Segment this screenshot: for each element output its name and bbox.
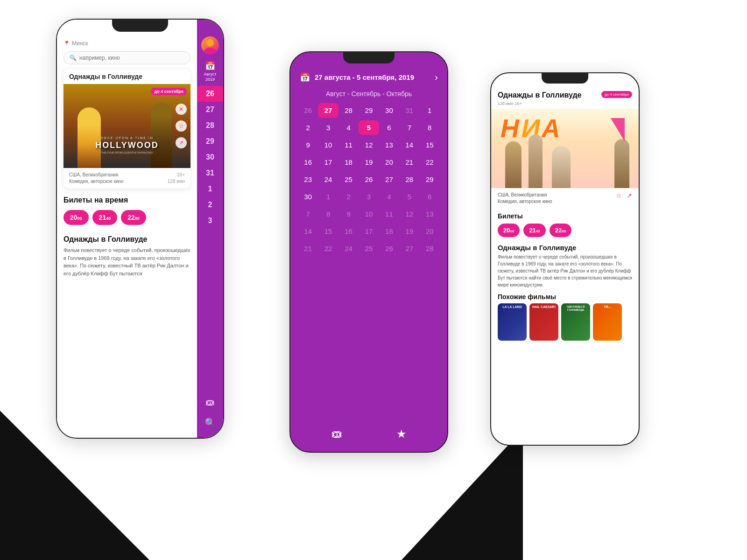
date-31[interactable]: 31 [197,165,223,181]
cal-cell[interactable]: 20 [379,155,399,169]
cal-cell[interactable]: 2 [298,120,318,135]
star-footer-icon[interactable]: ★ [396,427,407,441]
cal-cell[interactable]: 15 [318,224,338,238]
cal-cell[interactable]: 27 [379,172,399,187]
cal-cell[interactable]: 28 [420,241,440,256]
cal-cell[interactable]: 28 [338,103,359,118]
cal-cell[interactable]: 10 [318,138,338,152]
share-outline-icon[interactable]: ↗ [627,192,632,199]
cal-cell[interactable]: 29 [420,172,440,187]
cal-cell[interactable]: 5 [399,189,419,204]
cal-cell[interactable]: 22 [420,155,440,169]
cal-cell[interactable]: 13 [379,138,399,152]
cal-cell[interactable]: 15 [420,138,440,152]
phone3-time-btn-1[interactable]: 2000 [498,224,520,237]
cal-cell[interactable]: 30 [298,189,318,204]
user-avatar[interactable] [201,36,219,54]
date-30[interactable]: 30 [197,149,223,165]
time-btn-2[interactable]: 2140 [92,210,118,225]
cal-cell[interactable]: 11 [379,207,399,221]
cal-cell[interactable]: 6 [379,120,399,135]
phone3-time-btn-2[interactable]: 2140 [523,224,545,237]
similar-film-3[interactable]: ОДНАЖДЫ В ГОЛЛИВУДЕ [561,303,590,341]
cal-cell[interactable]: 21 [298,241,318,256]
cal-cell[interactable]: 17 [318,155,338,169]
cal-cell[interactable]: 28 [399,172,419,187]
cal-cell[interactable]: 21 [399,155,419,169]
close-icon[interactable]: ✕ [176,104,187,115]
cal-cell[interactable]: 26 [379,241,399,256]
cal-cell[interactable]: 3 [359,189,379,204]
time-btn-3[interactable]: 2200 [121,210,146,225]
cal-cell[interactable]: 13 [420,207,440,221]
poster-silhouette-1 [505,141,521,188]
cal-cell-today[interactable]: 5 [359,120,379,135]
date-29[interactable]: 29 [197,133,223,149]
similar-film-2[interactable]: HAIL CAESAR! [529,303,558,341]
cal-cell[interactable]: 30 [379,103,399,118]
cal-cell[interactable]: 4 [379,189,399,204]
cal-cell[interactable]: 29 [359,103,379,118]
cal-cell[interactable]: 12 [359,138,379,152]
calendar-header: 📅 27 августа - 5 сентября, 2019 › [290,65,447,86]
search-bottom-icon[interactable]: 🔍 [204,417,216,428]
cal-cell[interactable]: 31 [399,103,419,118]
cal-cell[interactable]: 25 [338,172,359,187]
cal-cell[interactable]: 23 [298,172,318,187]
cal-cell[interactable]: 14 [399,138,419,152]
date-1[interactable]: 1 [197,181,223,197]
cal-cell[interactable]: 16 [338,224,359,238]
date-3[interactable]: 3 [197,213,223,229]
cal-cell[interactable]: 17 [359,224,379,238]
cal-cell[interactable]: 2 [338,189,359,204]
date-28[interactable]: 28 [197,118,223,133]
svg-point-0 [206,39,214,47]
movie-desc-title: Однажды в Голливуде [63,235,190,244]
search-input[interactable] [79,55,184,61]
nav-next-btn[interactable]: › [435,72,438,83]
cal-cell[interactable]: 8 [420,120,440,135]
phone3-time-btn-3[interactable]: 2200 [550,224,571,237]
cal-cell[interactable]: 9 [338,207,359,221]
calendar-icon[interactable]: 📅 [205,61,215,71]
cal-cell[interactable]: 7 [298,207,318,221]
similar-film-1[interactable]: LA LA LAND [498,303,527,341]
cal-cell[interactable]: 20 [420,224,440,238]
cal-cell[interactable]: 25 [359,241,379,256]
cal-cell[interactable]: 8 [318,207,338,221]
cal-cell[interactable]: 26 [359,172,379,187]
ticket-icon[interactable]: 🎟 [205,397,215,408]
cal-cell[interactable]: 27 [399,241,419,256]
ticket-footer-icon[interactable]: 🎟 [331,427,343,441]
cal-cell[interactable]: 7 [399,120,419,135]
date-2[interactable]: 2 [197,197,223,213]
cal-cell[interactable]: 18 [338,155,359,169]
cal-cell[interactable]: 22 [318,241,338,256]
cal-cell[interactable]: 14 [298,224,318,238]
cal-cell[interactable]: 19 [359,155,379,169]
favorite-icon[interactable]: ☆ [176,120,187,132]
cal-cell[interactable]: 24 [318,172,338,187]
date-26[interactable]: 26 [197,86,223,102]
cal-cell[interactable]: 4 [338,120,359,135]
cal-cell[interactable]: 10 [359,207,379,221]
cal-cell[interactable]: 1 [318,189,338,204]
cal-cell[interactable]: 9 [298,138,318,152]
cal-cell[interactable]: 26 [298,103,318,118]
cal-cell[interactable]: 1 [420,103,440,118]
cal-cell[interactable]: 3 [318,120,338,135]
time-btn-1[interactable]: 2000 [63,210,89,225]
cal-cell[interactable]: 16 [298,155,318,169]
cal-cell[interactable]: 18 [379,224,399,238]
cal-cell-selected[interactable]: 27 [318,103,338,118]
search-bar[interactable]: 🔍 [63,51,190,64]
cal-cell[interactable]: 11 [338,138,359,152]
cal-cell[interactable]: 6 [420,189,440,204]
similar-film-4[interactable]: TR... [593,303,622,341]
cal-cell[interactable]: 12 [399,207,419,221]
cal-cell[interactable]: 24 [338,241,359,256]
date-27[interactable]: 27 [197,102,223,118]
share-icon[interactable]: ↗ [176,137,187,148]
favorite-outline-icon[interactable]: ☆ [616,192,622,199]
cal-cell[interactable]: 19 [399,224,419,238]
